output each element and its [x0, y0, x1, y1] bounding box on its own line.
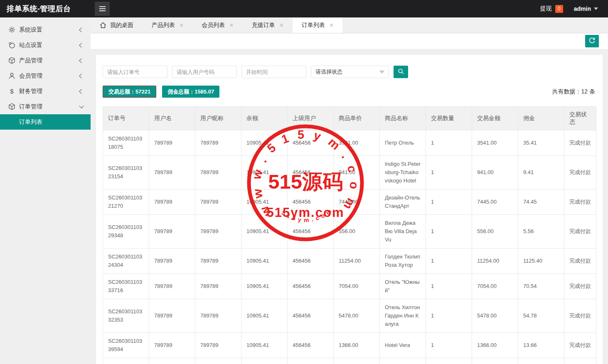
topbar-right: 提现 0 admin	[540, 5, 608, 13]
column-header: 商品名称	[380, 107, 426, 130]
table-cell: 10905.41	[241, 333, 288, 358]
user-icon	[8, 72, 19, 79]
table-row: SC2603011032430478978978978910905.414564…	[103, 248, 596, 274]
site-icon	[8, 42, 19, 49]
table-cell: 1	[426, 333, 472, 358]
withdraw-count-badge: 0	[555, 5, 563, 13]
tab-label: 会员列表	[202, 22, 225, 29]
sidebar-item-label: 订单管理	[19, 103, 80, 111]
withdraw-link[interactable]: 提现 0	[540, 5, 563, 13]
table-cell: 789789	[149, 299, 195, 333]
table-cell: 3541.00	[334, 130, 380, 156]
table-cell: 完成付款	[564, 299, 596, 333]
sidebar-item-站点设置[interactable]: 站点设置	[0, 37, 91, 53]
table-cell: SC26030110339594	[103, 333, 149, 358]
table-cell: 7054.00	[334, 274, 380, 299]
sidebar-item-订单管理[interactable]: 订单管理	[0, 99, 91, 114]
table-cell: 10905.41	[241, 274, 288, 299]
sidebar-item-系统设置[interactable]: 系统设置	[0, 22, 91, 37]
table-row: SC2603011032315478978978978910905.414564…	[103, 156, 596, 189]
table-cell: Отель Хилтон Гарден Инн Калуга	[380, 299, 426, 333]
username: admin	[574, 5, 591, 12]
table-cell: 789789	[195, 130, 241, 156]
table-cell: 5.56	[518, 215, 564, 248]
search-button[interactable]	[394, 66, 408, 78]
table-row: SC2603011032934878978978978910905.414564…	[103, 215, 596, 248]
table-cell: Дизайн-Отель СтандАрт	[380, 189, 426, 215]
table-cell: 456456	[288, 358, 334, 364]
table-cell: 456456	[288, 156, 334, 189]
table-cell: 10905.41	[241, 358, 288, 364]
close-icon[interactable]: ×	[229, 22, 233, 29]
start-time-input[interactable]	[241, 66, 306, 78]
tab-充值订单[interactable]: 充值订单×	[243, 17, 293, 33]
tab-label: 我的桌面	[110, 22, 133, 29]
order-list-panel: 请选择状态 交易总额：57221 佣金总额：1585.07 共有数据：12 条	[96, 55, 603, 364]
column-header: 余额	[241, 107, 288, 130]
table-cell: 3541.00	[472, 130, 518, 156]
table-cell: 5478.00	[472, 299, 518, 333]
close-icon[interactable]: ×	[280, 22, 283, 29]
table-cell: 1	[426, 274, 472, 299]
refresh-button[interactable]	[585, 35, 599, 47]
status-select[interactable]: 请选择状态	[311, 66, 389, 78]
order-no-input[interactable]	[103, 66, 167, 78]
table-cell: 10905.41	[241, 130, 288, 156]
table-cell: 456456	[288, 130, 334, 156]
tab-label: 订单列表	[302, 22, 325, 29]
close-icon[interactable]: ×	[180, 22, 183, 29]
withdraw-label: 提现	[540, 5, 552, 12]
table-cell: 789789	[195, 248, 241, 274]
table-cell: 7054.00	[472, 274, 518, 299]
table-cell: 10905.41	[241, 189, 288, 215]
table-cell: Отель Garden Street Garden Street Hotel	[380, 358, 426, 364]
top-bar: 排单系统-管理后台 提现 0 admin	[0, 0, 608, 17]
table-cell: 10905.41	[241, 156, 288, 189]
hamburger-menu-icon[interactable]	[95, 2, 110, 16]
table-cell: 完成付款	[564, 333, 596, 358]
tab-我的桌面[interactable]: 我的桌面	[91, 17, 143, 33]
table-cell: 941.00	[472, 156, 518, 189]
user-menu[interactable]: admin	[574, 5, 598, 12]
table-row: SC2603011032127078978978978910905.414564…	[103, 189, 596, 215]
sidebar: 系统设置站点设置产品管理会员管理$财务管理订单管理 订单列表	[0, 17, 91, 364]
column-header: 订单号	[103, 107, 149, 130]
table-cell: 完成付款	[564, 274, 596, 299]
refresh-icon	[588, 37, 596, 45]
table-cell: 789789	[195, 274, 241, 299]
content-area: 请选择状态 交易总额：57221 佣金总额：1585.07 共有数据：12 条	[91, 49, 608, 364]
tab-会员列表[interactable]: 会员列表×	[192, 17, 242, 33]
user-no-input[interactable]	[172, 66, 237, 78]
column-header: 交易状态	[564, 107, 596, 130]
sidebar-item-label: 系统设置	[19, 26, 80, 34]
table-cell: 7445.00	[472, 189, 518, 215]
toolbar-strip	[91, 34, 608, 49]
table-cell: 789789	[149, 130, 195, 156]
table-cell: 完成付款	[564, 215, 596, 248]
sidebar-subitem-订单列表[interactable]: 订单列表	[0, 114, 91, 130]
close-icon[interactable]: ×	[330, 22, 333, 29]
table-cell: 10905.41	[241, 248, 288, 274]
trade-total-badge: 交易总额：57221	[103, 86, 156, 98]
table-row: SC2603011031807578978978978910905.414564…	[103, 130, 596, 156]
table-cell: 11.13	[518, 358, 564, 364]
tab-产品列表[interactable]: 产品列表×	[143, 17, 192, 33]
sidebar-item-会员管理[interactable]: 会员管理	[0, 68, 91, 84]
svg-text:$: $	[10, 88, 14, 95]
chevron-down-icon	[379, 71, 384, 74]
column-header: 交易数量	[426, 107, 472, 130]
table-cell: 完成付款	[564, 156, 596, 189]
filter-row: 请选择状态	[103, 66, 596, 78]
table-cell: 9.41	[518, 156, 564, 189]
record-count: 共有数据：12 条	[552, 88, 596, 96]
table-cell: 1	[426, 189, 472, 215]
tab-订单列表[interactable]: 订单列表×	[293, 17, 342, 33]
table-cell: 7445.00	[334, 189, 380, 215]
sidebar-item-产品管理[interactable]: 产品管理	[0, 53, 91, 68]
sidebar-item-财务管理[interactable]: $财务管理	[0, 84, 91, 99]
table-cell: Indigo St.Petersburg-Tchaikovskogo Hotel	[380, 156, 426, 189]
table-cell: 789789	[195, 358, 241, 364]
table-cell: 789789	[149, 189, 195, 215]
dollar-icon: $	[8, 88, 19, 95]
tab-bar: 我的桌面产品列表×会员列表×充值订单×订单列表×	[91, 17, 608, 33]
